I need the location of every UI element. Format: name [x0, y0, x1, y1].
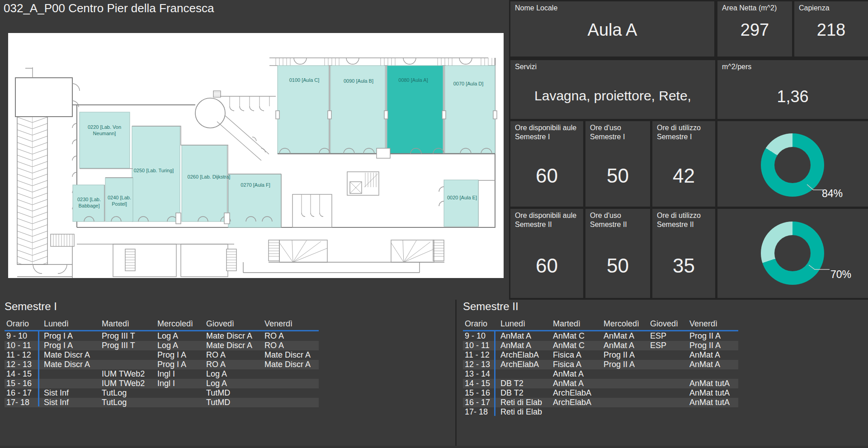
table-cell — [650, 398, 689, 407]
card-nome-locale-label: Nome Locale — [515, 4, 712, 13]
stat-value: 50 — [585, 165, 650, 187]
table-row: 13 - 14AnMat A — [463, 369, 738, 379]
table-cell: Prog I A — [44, 331, 102, 341]
table-cell: AnMat A — [553, 379, 604, 388]
card-m2-pers-value: 1,36 — [717, 87, 868, 106]
table-cell: DB T2 — [500, 379, 553, 388]
card-capienza: Capienza 218 — [794, 1, 868, 57]
table-cell — [264, 369, 319, 379]
table-row: 16 - 17Sist InfTutLogTutMD — [5, 388, 319, 398]
table-row: 10 - 11AnMat AAnMat CAnMat AESPProg II A — [463, 341, 738, 350]
table-cell — [102, 350, 157, 360]
semestre2-table-accent — [494, 331, 495, 416]
column-header: Giovedì — [206, 317, 264, 331]
card-ore-disponibili-sem1: Ore disponibili aule Semestre I 60 — [510, 121, 583, 207]
stat-value: 50 — [585, 255, 650, 277]
table-cell — [604, 369, 650, 379]
table-row: 17- 18Reti di Elab — [463, 407, 738, 417]
table-cell — [604, 398, 650, 407]
table-cell — [650, 369, 689, 379]
table-row: 16 - 17Reti di ElabArchElabAAnMat tutA — [463, 398, 738, 407]
card-servizi-label: Servizi — [515, 62, 713, 71]
table-cell — [689, 407, 738, 417]
column-header: Martedì — [102, 317, 157, 331]
donut-ring-sem2 — [761, 222, 824, 285]
table-cell: AnMat A — [553, 369, 604, 379]
stat-value: 42 — [652, 165, 715, 187]
card-ore-disponibili-sem2: Ore disponibili aule Semestre II 60 — [510, 209, 583, 298]
table-cell — [650, 350, 689, 360]
card-servizi: Servizi Lavagna, proiettore, Rete, — [510, 60, 715, 119]
table-cell: Mate Discr A — [44, 350, 102, 360]
table-cell: Prog III T — [102, 331, 157, 341]
table-cell: RO A — [206, 350, 264, 360]
table-cell — [102, 360, 157, 369]
panel-divider — [455, 300, 457, 448]
room-label-0090: 0090 [Aula B] — [344, 78, 373, 84]
room-label-0070: 0070 [Aula D] — [453, 81, 484, 86]
table-cell — [264, 388, 319, 398]
table-cell: RO A — [206, 360, 264, 369]
floorplan-drawing: 0220 [Lab. VonNeumann] 0250 [Lab. Turing… — [8, 33, 504, 278]
semestre1-table-accent — [38, 331, 39, 406]
stat-value: 35 — [652, 255, 715, 277]
semestre2-heading: Semestre II — [463, 300, 519, 313]
table-cell: Prog I A — [157, 350, 206, 360]
table-cell — [264, 379, 319, 388]
semestre1-table: OrarioLunedìMartedìMercoledìGiovedìVener… — [5, 317, 319, 407]
table-cell: Ingl I — [157, 369, 206, 379]
donut-label-sem2: 70% — [830, 269, 851, 281]
card-ore-duso-sem2: Ore d'uso Semestre II 50 — [585, 209, 650, 298]
table-row: 11 - 12Mate Discr AProg I ARO AMate Disc… — [5, 350, 319, 360]
card-area-netta-label: Area Netta (m^2) — [722, 4, 790, 13]
table-cell: Log A — [206, 369, 264, 379]
room-label-0260: 0260 [Lab. Dijkstra] — [188, 174, 231, 179]
card-ore-duso-sem1: Ore d'uso Semestre I 50 — [585, 121, 650, 207]
table-cell — [44, 369, 102, 379]
table-cell — [604, 388, 650, 398]
donut-label-sem1: 84% — [822, 188, 843, 200]
table-cell: AnMat A — [500, 331, 553, 341]
table-cell: AnMat tutA — [689, 379, 738, 388]
table-cell: TutMD — [206, 388, 264, 398]
table-cell: Sist Inf — [44, 388, 102, 398]
table-cell: AnMat tutA — [689, 388, 738, 398]
donut-chart-sem1: 84% — [717, 121, 868, 207]
table-cell: ArchElabA — [553, 398, 604, 407]
table-cell: AnMat C — [553, 341, 604, 350]
table-cell — [650, 360, 689, 369]
column-header: Mercoledì — [157, 317, 206, 331]
table-cell: DB T2 — [500, 388, 553, 398]
card-nome-locale: Nome Locale Aula A — [510, 1, 714, 57]
floorplan: 0220 [Lab. VonNeumann] 0250 [Lab. Turing… — [8, 33, 504, 278]
semestre1-heading: Semestre I — [5, 300, 57, 313]
table-row: 9 - 10Prog I AProg III TLog AMate Discr … — [5, 331, 319, 341]
table-cell: TutLog — [102, 388, 157, 398]
table-cell: AnMat A — [689, 360, 738, 369]
table-cell: Prog III T — [102, 341, 157, 350]
table-cell: Log A — [206, 379, 264, 388]
column-header: Lunedì — [500, 317, 553, 331]
card-nome-locale-value: Aula A — [510, 20, 714, 40]
card-m2-pers: m^2/pers 1,36 — [717, 60, 868, 119]
table-cell: ESP — [650, 331, 689, 341]
table-cell: Reti di Elab — [500, 398, 553, 407]
column-header: Martedì — [553, 317, 604, 331]
card-m2-pers-label: m^2/pers — [722, 62, 866, 71]
table-row: 15 - 16IUM TWeb2Ingl ILog A — [5, 379, 319, 388]
table-cell: AnMat A — [604, 341, 650, 350]
table-cell — [650, 407, 689, 417]
table-cell: ESP — [650, 341, 689, 350]
table-cell: Prog II A — [689, 341, 738, 350]
table-cell: Mate Discr A — [264, 360, 319, 369]
stat-label: Ore d'uso Semestre I — [590, 123, 648, 141]
table-cell: Sist Inf — [44, 398, 102, 407]
table-cell — [689, 369, 738, 379]
column-header: Orario — [463, 317, 500, 331]
table-cell: Mate Discr A — [206, 331, 264, 341]
column-header: Lunedì — [44, 317, 102, 331]
stat-label: Ore d'uso Semestre II — [590, 211, 648, 229]
table-cell: Reti di Elab — [500, 407, 553, 417]
table-row: 15 - 16DB T2ArchElabAAnMat tutA — [463, 388, 738, 398]
table-cell: AnMat A — [604, 331, 650, 341]
